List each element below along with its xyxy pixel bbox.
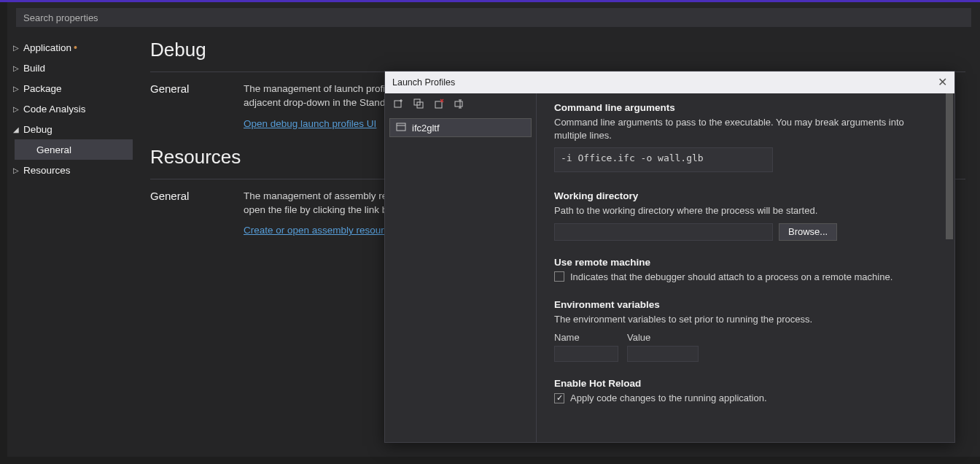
env-col-name: Name <box>554 332 618 343</box>
new-profile-icon[interactable] <box>392 98 404 109</box>
rename-profile-icon[interactable] <box>454 98 465 109</box>
sidebar-item-package[interactable]: ▷ Package <box>7 78 136 98</box>
search-placeholder: Search properties <box>23 12 98 23</box>
hotreload-desc: Apply code changes to the running applic… <box>570 392 767 405</box>
duplicate-profile-icon[interactable] <box>413 98 424 109</box>
caret-right-icon: ▷ <box>13 64 20 72</box>
row-label-general: General <box>150 82 244 131</box>
scrollbar[interactable] <box>944 93 954 442</box>
remote-label: Use remote machine <box>554 257 937 268</box>
project-icon <box>396 122 406 134</box>
env-value-input[interactable] <box>627 346 699 362</box>
sidebar-item-build[interactable]: ▷ Build <box>7 58 136 78</box>
search-properties-input[interactable]: Search properties <box>16 8 971 27</box>
workdir-desc: Path to the working directory where the … <box>554 204 937 217</box>
section-title-debug: Debug <box>150 39 965 61</box>
cmdargs-input[interactable] <box>554 147 773 172</box>
env-desc: The environment variables to set prior t… <box>554 313 937 326</box>
profile-item[interactable]: ifc2gltf <box>389 118 532 137</box>
launch-profiles-dialog: Launch Profiles ✕ <box>384 71 955 443</box>
dialog-titlebar[interactable]: Launch Profiles ✕ <box>385 71 954 93</box>
delete-profile-icon[interactable] <box>433 98 445 109</box>
workdir-input[interactable] <box>554 223 773 241</box>
sidebar-item-debug-general[interactable]: General <box>15 139 133 160</box>
env-label: Environment variables <box>554 299 937 310</box>
svg-rect-8 <box>455 101 462 107</box>
workdir-label: Working directory <box>554 190 937 201</box>
sidebar-item-code-analysis[interactable]: ▷ Code Analysis <box>7 98 136 119</box>
caret-right-icon: ▷ <box>13 44 20 52</box>
hotreload-checkbox[interactable]: ✓ <box>554 393 564 403</box>
close-icon[interactable]: ✕ <box>938 77 947 88</box>
caret-right-icon: ▷ <box>13 85 20 93</box>
profile-settings-panel: Command line arguments Command line argu… <box>537 93 954 442</box>
scrollbar-thumb[interactable] <box>946 93 953 239</box>
sidebar-item-application[interactable]: ▷ Application • <box>7 37 136 58</box>
sidebar-item-debug[interactable]: ◢ Debug <box>7 119 136 139</box>
env-name-input[interactable] <box>554 346 618 362</box>
env-col-value: Value <box>627 332 650 343</box>
svg-rect-12 <box>397 123 405 131</box>
remote-checkbox[interactable] <box>554 271 564 282</box>
remote-desc: Indicates that the debugger should attac… <box>570 271 892 284</box>
caret-right-icon: ▷ <box>13 105 20 113</box>
create-open-resources-link[interactable]: Create or open assembly resources <box>244 224 400 238</box>
open-launch-profiles-link[interactable]: Open debug launch profiles UI <box>244 117 376 131</box>
svg-rect-0 <box>394 101 401 107</box>
dirty-indicator-icon: • <box>74 42 77 53</box>
caret-right-icon: ▷ <box>13 166 20 174</box>
row-label-general: General <box>150 190 244 239</box>
hotreload-label: Enable Hot Reload <box>554 378 937 389</box>
caret-down-icon: ◢ <box>13 125 20 134</box>
sidebar-item-resources[interactable]: ▷ Resources <box>7 160 136 180</box>
browse-button[interactable]: Browse... <box>779 223 837 241</box>
profile-list-panel: ifc2gltf <box>385 93 537 442</box>
cmdargs-desc: Command line arguments to pass to the ex… <box>554 116 937 142</box>
settings-sidebar: ▷ Application • ▷ Build ▷ Package ▷ Code… <box>7 34 136 457</box>
cmdargs-label: Command line arguments <box>554 102 937 113</box>
